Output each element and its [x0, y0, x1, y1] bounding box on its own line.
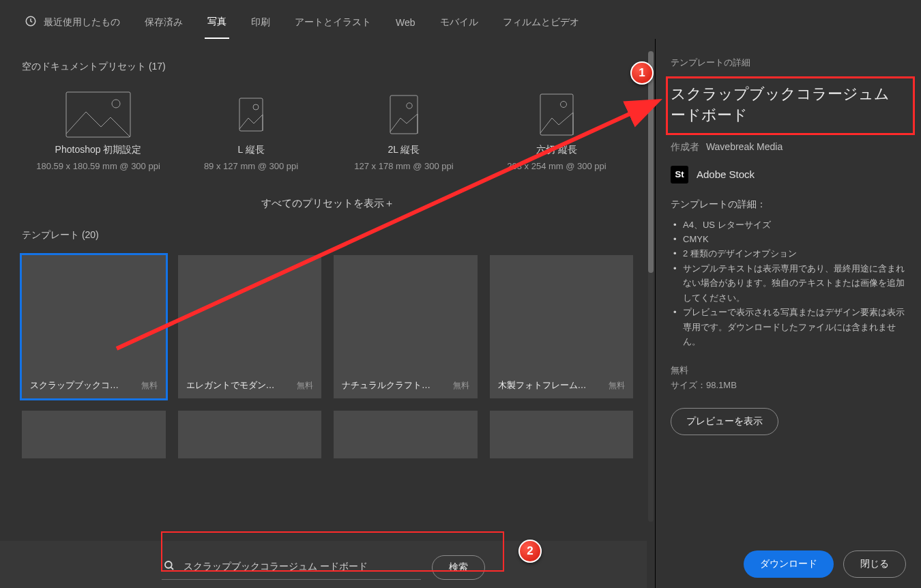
template-card[interactable] — [22, 411, 166, 458]
tab-photo[interactable]: 写真 — [205, 9, 229, 39]
svg-point-9 — [165, 561, 172, 568]
tab-print[interactable]: 印刷 — [248, 10, 273, 38]
template-name: スクラップブックコラー… — [30, 379, 126, 392]
template-price: 無料 — [609, 380, 625, 392]
svg-point-8 — [561, 102, 567, 108]
template-name: 木製フォトフレームモッ… — [498, 379, 594, 392]
scroll-thumb[interactable] — [648, 51, 654, 273]
adobe-stock-icon: St — [671, 166, 688, 183]
image-icon — [332, 91, 476, 138]
adobe-stock-row[interactable]: St Adobe Stock — [671, 166, 906, 183]
image-icon — [26, 91, 171, 138]
template-card[interactable] — [334, 411, 478, 458]
svg-rect-3 — [239, 98, 263, 131]
clock-icon — [25, 15, 37, 29]
template-card[interactable] — [178, 411, 322, 458]
file-size: サイズ：98.1MB — [671, 379, 906, 392]
svg-point-4 — [253, 104, 259, 110]
tab-recent[interactable]: 最近使用したもの — [22, 8, 123, 39]
author-by-label: 作成者 — [671, 141, 699, 152]
preset-mutsugiri-portrait[interactable]: 六切 縦長 203 x 254 mm @ 300 ppi — [480, 87, 633, 173]
tab-web[interactable]: Web — [393, 10, 418, 38]
svg-point-6 — [407, 103, 412, 108]
category-tabs: 最近使用したもの 保存済み 写真 印刷 アートとイラスト Web モバイル フィ… — [0, 0, 921, 39]
search-input[interactable] — [184, 561, 421, 572]
detail-bullet: サンプルテキストは表示専用であり、最終用途に含まれない場合があります。独自のテキ… — [673, 261, 906, 305]
search-bar: 検索 — [0, 541, 647, 588]
image-icon — [484, 91, 629, 138]
preset-dimensions: 203 x 254 mm @ 300 ppi — [484, 160, 629, 173]
template-card-scrapbook[interactable]: スクラップブックコラー… 無料 — [22, 255, 166, 398]
price-free: 無料 — [671, 364, 906, 377]
search-icon — [163, 559, 175, 574]
blank-presets-heading: 空のドキュメントプリセット (17) — [22, 61, 633, 73]
preview-button[interactable]: プレビューを表示 — [671, 408, 778, 435]
tab-saved[interactable]: 保存済み — [142, 10, 186, 38]
template-name: ナチュラルクラフトムード… — [342, 379, 437, 392]
tab-art[interactable]: アートとイラスト — [292, 10, 374, 38]
close-button[interactable]: 閉じる — [843, 550, 906, 578]
scrollbar[interactable] — [648, 51, 654, 522]
svg-point-2 — [112, 100, 120, 108]
template-title: スクラップブックコラージュムードボード — [671, 80, 906, 129]
preset-l-portrait[interactable]: L 縦長 89 x 127 mm @ 300 ppi — [175, 87, 327, 173]
tab-recent-label: 最近使用したもの — [44, 16, 120, 29]
template-price: 無料 — [453, 380, 469, 392]
adobe-stock-label: Adobe Stock — [697, 168, 755, 180]
search-button[interactable]: 検索 — [432, 555, 485, 580]
preset-2l-portrait[interactable]: 2L 縦長 127 x 178 mm @ 300 ppi — [327, 87, 480, 173]
tab-mobile[interactable]: モバイル — [437, 10, 481, 38]
image-icon — [179, 91, 323, 138]
download-button[interactable]: ダウンロード — [744, 550, 834, 578]
detail-bullet: プレビューで表示される写真またはデザイン要素は表示専用です。ダウンロードしたファ… — [673, 305, 906, 349]
template-name: エレガントでモダンなム… — [186, 379, 282, 392]
details-panel: テンプレートの詳細 スクラップブックコラージュムードボード 作成者 Wavebr… — [655, 39, 921, 588]
preset-dimensions: 127 x 178 mm @ 300 ppi — [332, 160, 476, 173]
preset-name: L 縦長 — [179, 144, 323, 156]
svg-rect-1 — [66, 92, 130, 137]
left-panel: 空のドキュメントプリセット (17) Photoshop 初期設定 180.59… — [0, 39, 655, 588]
template-card-natural[interactable]: ナチュラルクラフトムード… 無料 — [334, 255, 478, 398]
template-card[interactable] — [490, 411, 634, 458]
template-price: 無料 — [297, 380, 313, 392]
detail-bullet: A4、US レターサイズ — [673, 218, 906, 232]
author-row: 作成者 Wavebreak Media — [671, 141, 906, 153]
svg-rect-7 — [540, 94, 573, 135]
detail-bullet: 2 種類のデザインオプション — [673, 246, 906, 261]
details-heading: テンプレートの詳細： — [671, 199, 906, 211]
preset-name: 2L 縦長 — [332, 144, 476, 156]
template-price: 無料 — [141, 380, 158, 392]
preset-name: Photoshop 初期設定 — [26, 144, 171, 156]
details-list: A4、US レターサイズ CMYK 2 種類のデザインオプション サンプルテキス… — [671, 218, 906, 349]
preset-dimensions: 180.59 x 180.59 mm @ 300 ppi — [26, 160, 171, 173]
details-label: テンプレートの詳細 — [671, 57, 906, 69]
templates-heading: テンプレート (20) — [22, 229, 633, 241]
detail-bullet: CMYK — [673, 232, 906, 246]
template-card-wooden[interactable]: 木製フォトフレームモッ… 無料 — [490, 255, 634, 398]
svg-rect-5 — [390, 95, 418, 134]
preset-dimensions: 89 x 127 mm @ 300 ppi — [179, 160, 323, 173]
preset-photoshop-default[interactable]: Photoshop 初期設定 180.59 x 180.59 mm @ 300 … — [22, 87, 175, 173]
tab-film[interactable]: フィルムとビデオ — [500, 10, 582, 38]
author-name: Wavebreak Media — [706, 141, 783, 152]
show-all-presets[interactable]: すべてのプリセットを表示＋ — [22, 186, 633, 229]
template-card-elegant[interactable]: エレガントでモダンなム… 無料 — [178, 255, 322, 398]
preset-name: 六切 縦長 — [484, 144, 629, 156]
